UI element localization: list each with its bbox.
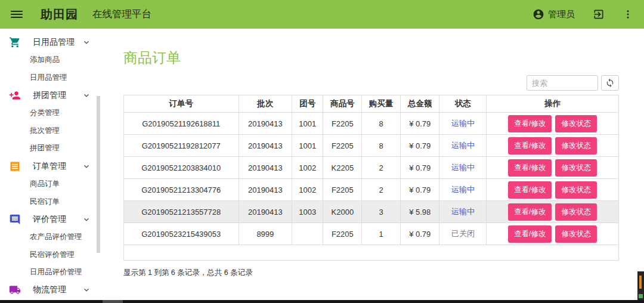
batch-cell: 20190413	[239, 201, 292, 223]
column-header: 订单号	[124, 95, 239, 113]
qty-cell: 8	[362, 135, 401, 157]
column-header: 团号	[292, 95, 323, 113]
qty-cell: 8	[362, 113, 401, 135]
refresh-button[interactable]	[601, 75, 619, 91]
view-edit-button[interactable]: 查看/修改	[508, 203, 552, 221]
total-cell: ¥ 0.79	[400, 157, 439, 179]
person-add-icon	[9, 89, 21, 101]
group-cell: 1002	[292, 179, 323, 201]
orders-table: 订单号批次团号商品号购买量总金额状态操作 G201905211926188112…	[123, 95, 619, 261]
batch-cell: 8999	[239, 223, 292, 245]
actions-cell: 查看/修改修改状态	[487, 179, 619, 201]
batch-cell: 20190413	[239, 179, 292, 201]
status-cell: 运输中	[439, 179, 487, 201]
order-id-cell: G20190521213304776	[124, 179, 239, 201]
sidebar-subitem-daily-goods-manage[interactable]: 日用品管理	[0, 69, 113, 86]
orders-table-header-row: 订单号批次团号商品号购买量总金额状态操作	[124, 95, 619, 113]
chevron-down-icon	[82, 286, 91, 294]
admin-user-menu[interactable]: 管理员	[532, 8, 575, 20]
table-row: G20190521192812077201904131001F22058¥ 0.…	[124, 135, 619, 157]
table-row: G20190521203834010201904131002K22052¥ 0.…	[124, 157, 619, 179]
batch-cell: 20190413	[239, 135, 292, 157]
batch-cell: 20190413	[239, 157, 292, 179]
actions-cell: 查看/修改修改状态	[487, 201, 619, 223]
status-cell: 运输中	[439, 135, 487, 157]
platform-subtitle: 在线管理平台	[92, 8, 151, 21]
total-cell: ¥ 5.98	[400, 201, 439, 223]
sidebar-item-label: 订单管理	[33, 161, 66, 172]
group-cell: 1001	[292, 113, 323, 135]
column-header: 操作	[487, 95, 619, 113]
total-cell: ¥ 0.79	[400, 223, 439, 245]
records-summary: 显示第 1 到第 6 条记录，总共 6 条记录	[123, 268, 619, 278]
actions-cell: 查看/修改修改状态	[487, 157, 619, 179]
product-cell: F2205	[323, 223, 362, 245]
table-toolbar	[123, 75, 619, 91]
group-cell	[292, 223, 323, 245]
group-cell: 1001	[292, 135, 323, 157]
table-row: G20190521213557728201904131003K20003¥ 5.…	[124, 201, 619, 223]
actions-cell: 查看/修改修改状态	[487, 135, 619, 157]
chevron-down-icon	[82, 91, 91, 100]
chevron-down-icon	[82, 215, 91, 224]
brand-title: 助田园	[41, 7, 78, 23]
view-edit-button[interactable]: 查看/修改	[508, 181, 552, 199]
change-status-button[interactable]: 修改状态	[555, 137, 597, 154]
sidebar-subitem-daily-goods-review[interactable]: 日用品评价管理	[0, 264, 113, 282]
sidebar-item-logistics-management[interactable]: 物流管理	[0, 282, 113, 299]
change-status-button[interactable]: 修改状态	[555, 203, 597, 221]
change-status-button[interactable]: 修改状态	[555, 115, 597, 132]
sidebar-subitem-add-product[interactable]: 添加商品	[0, 51, 113, 69]
sidebar-item-daily-goods-management[interactable]: 日用品管理	[0, 33, 113, 51]
sidebar-nav: 日用品管理添加商品日用品管理拼团管理分类管理批次管理拼团管理订单管理商品订单民宿…	[0, 29, 113, 300]
view-edit-button[interactable]: 查看/修改	[508, 137, 552, 154]
order-id-cell: G20190523215439053	[124, 223, 239, 245]
table-row: G201905232154390538999F22051¥ 0.79已关闭查看/…	[124, 223, 619, 245]
sidebar-scrollbar[interactable]	[97, 96, 100, 253]
view-edit-button[interactable]: 查看/修改	[508, 159, 552, 177]
view-edit-button[interactable]: 查看/修改	[508, 115, 552, 132]
truck-icon	[9, 284, 21, 296]
status-cell: 运输中	[439, 157, 487, 179]
menu-icon[interactable]	[11, 9, 23, 20]
main-content: 商品订单 订单号批次团号商品号购买量总金额状态操作 G2019052119261…	[113, 29, 644, 300]
total-cell: ¥ 0.79	[400, 135, 439, 157]
column-header: 批次	[239, 95, 292, 113]
product-cell: F2205	[323, 113, 362, 135]
change-status-button[interactable]: 修改状态	[555, 181, 597, 199]
column-header: 状态	[439, 95, 487, 113]
qty-cell: 2	[362, 179, 401, 201]
change-status-button[interactable]: 修改状态	[555, 159, 597, 177]
table-row: G20190521192618811201904131001F22058¥ 0.…	[124, 113, 619, 135]
total-cell: ¥ 0.79	[400, 179, 439, 201]
sidebar-item-label: 日用品管理	[33, 37, 75, 48]
sidebar-item-label: 拼团管理	[33, 90, 66, 101]
group-cell: 1002	[292, 157, 323, 179]
change-status-button[interactable]: 修改状态	[555, 225, 597, 243]
order-id-cell: G20190521203834010	[124, 157, 239, 179]
order-id-cell: G20190521213557728	[124, 201, 239, 223]
sidebar-item-label: 物流管理	[33, 285, 66, 295]
sidebar-item-label: 评价管理	[33, 214, 66, 225]
actions-cell: 查看/修改修改状态	[487, 113, 619, 135]
qty-cell: 3	[362, 201, 401, 223]
receipt-icon	[9, 160, 21, 172]
corner-widget	[637, 271, 644, 300]
account-circle-icon	[532, 8, 544, 20]
view-edit-button[interactable]: 查看/修改	[508, 225, 552, 243]
product-cell: K2205	[323, 157, 362, 179]
product-cell: F2205	[323, 179, 362, 201]
search-input[interactable]	[527, 75, 598, 91]
total-cell: ¥ 0.79	[400, 113, 439, 135]
order-id-cell: G20190521192618811	[124, 113, 239, 135]
qty-cell: 1	[362, 223, 401, 245]
logout-icon[interactable]	[593, 8, 605, 20]
actions-cell: 查看/修改修改状态	[487, 223, 619, 245]
chat-icon	[9, 214, 21, 225]
admin-user-label: 管理员	[548, 9, 575, 20]
chevron-down-icon	[82, 162, 91, 171]
status-cell: 运输中	[439, 113, 487, 135]
more-vert-icon[interactable]	[623, 9, 633, 20]
status-cell: 已关闭	[439, 223, 487, 245]
order-id-cell: G20190521192812077	[124, 135, 239, 157]
